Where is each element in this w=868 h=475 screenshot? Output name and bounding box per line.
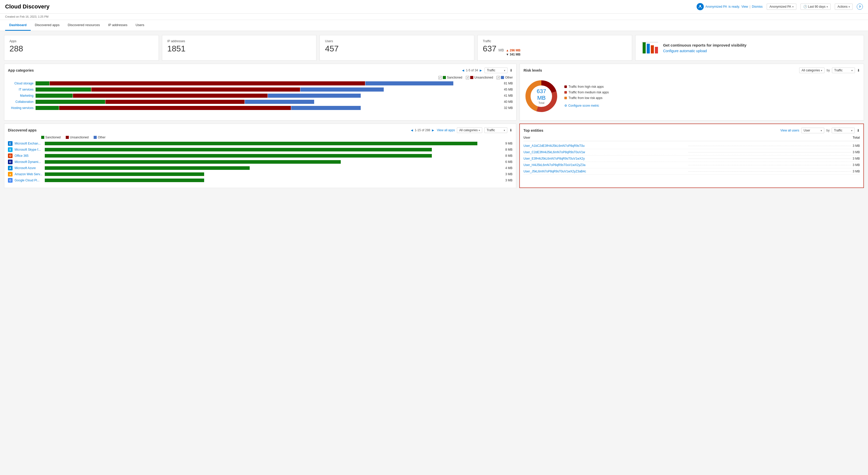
- risk-high-item: Traffic from high risk apps: [564, 85, 609, 89]
- traffic-stat: 637 MB ▲ 296 MB ▼ 341 MB: [483, 44, 627, 56]
- other-checkbox[interactable]: ✓: [497, 76, 500, 79]
- app-icon-2: O: [8, 154, 12, 158]
- app-cat-label-3[interactable]: Collaboration: [8, 100, 33, 104]
- bar-seg-sanctioned-1: [36, 88, 91, 92]
- app-bar-3: [45, 160, 500, 164]
- entity-name-4[interactable]: User_J5kL6mN7oP8qR9sT0uV1wX2yZ3aB4c: [523, 169, 686, 173]
- app-cat-label-1[interactable]: IT services: [8, 88, 33, 91]
- risk-download-icon[interactable]: ⬇: [857, 68, 860, 72]
- entity-name-0[interactable]: User_A1bC2dE3fH4iJ5kL6mN7oP8qR9sT0u: [523, 144, 686, 148]
- actions-dropdown[interactable]: Actions ▾: [835, 4, 852, 10]
- da-metric-label: Traffic: [487, 128, 495, 132]
- header-right: Anonymized PA is ready. View | Dismiss A…: [696, 3, 863, 10]
- entity-type-label: User: [804, 129, 810, 132]
- app-name-0[interactable]: Microsoft Exchan...: [14, 142, 43, 145]
- unsanctioned-checkbox[interactable]: ✓: [466, 76, 469, 79]
- app-categories-bars: Cloud storage81 MBIT services45 MBMarket…: [8, 81, 513, 110]
- app-name-5[interactable]: Amazon Web Serv...: [14, 172, 43, 176]
- entity-name-2[interactable]: User_E3fH4iJ5kL6mN7oP8qR9sT0uV1wX2y: [523, 157, 686, 160]
- notification-dismiss-link[interactable]: Dismiss: [752, 5, 763, 8]
- app-categories-metric-dropdown[interactable]: Traffic ▾: [485, 67, 507, 73]
- risk-medium-item: Traffic from medium risk apps: [564, 91, 609, 94]
- header: Cloud Discovery Anonymized PA is ready. …: [0, 0, 868, 13]
- app-name-4[interactable]: Microsoft Azure: [14, 166, 43, 170]
- app-cat-label-2[interactable]: Marketing: [8, 94, 33, 97]
- app-cat-label-4[interactable]: Hosting services: [8, 106, 33, 110]
- bar-seg-unsanctioned-1: [91, 88, 300, 92]
- discovered-apps-controls: ◄ 1-15 of 288 ► View all apps All catego…: [410, 127, 513, 133]
- entity-metric-dropdown[interactable]: Traffic ▾: [832, 128, 855, 133]
- report-dropdown-label: Anonymized PA: [770, 5, 791, 8]
- traffic-up-value: 296 MB: [509, 49, 520, 52]
- app-row-6: GGoogle Cloud Pl...3 MB: [8, 178, 513, 183]
- header-left: Cloud Discovery: [5, 3, 50, 10]
- help-button[interactable]: ?: [857, 4, 863, 10]
- risk-metric-dropdown[interactable]: Traffic ▾: [832, 67, 855, 73]
- next-page-icon[interactable]: ►: [479, 68, 483, 72]
- configure-upload-link[interactable]: Configure automatic upload: [663, 49, 746, 53]
- da-unsanctioned-label: Unsanctioned: [70, 135, 89, 139]
- tab-users[interactable]: Users: [131, 20, 148, 31]
- app-categories-download-icon[interactable]: ⬇: [509, 68, 513, 72]
- app-cat-label-0[interactable]: Cloud storage: [8, 82, 33, 85]
- sanctioned-checkbox[interactable]: ✓: [438, 76, 442, 79]
- app-row-3: DMicrosoft Dynami...6 MB: [8, 160, 513, 164]
- entity-type-dropdown[interactable]: User ▾: [801, 128, 824, 133]
- promo-card: Get continuous reports for improved visi…: [635, 35, 864, 61]
- bar-seg-unsanctioned-2: [73, 94, 268, 98]
- entities-download-icon[interactable]: ⬇: [857, 128, 860, 132]
- ip-label: IP addresses: [167, 39, 311, 43]
- tab-discovered-apps[interactable]: Discovered apps: [31, 20, 64, 31]
- app-name-2[interactable]: Office 365: [14, 154, 43, 158]
- bar-container-2: [36, 94, 499, 98]
- ip-value: 1851: [167, 44, 311, 54]
- risk-legend: Traffic from high risk apps Traffic from…: [564, 85, 609, 107]
- bar-value-4: 32 MB: [501, 106, 513, 110]
- report-dropdown[interactable]: Anonymized PA ▾: [767, 4, 796, 10]
- tab-discovered-resources[interactable]: Discovered resources: [64, 20, 104, 31]
- da-next-icon[interactable]: ►: [431, 128, 435, 132]
- bar-seg-sanctioned-4: [36, 106, 59, 110]
- legend-unsanctioned: ✓ Unsanctioned: [466, 76, 493, 79]
- configure-score-link[interactable]: ⚙ Configure score metric: [564, 104, 609, 107]
- notification-sep: |: [749, 5, 750, 8]
- da-sanctioned-color: [41, 136, 44, 139]
- app-name-6[interactable]: Google Cloud Pl...: [14, 179, 43, 182]
- prev-page-icon[interactable]: ◄: [461, 68, 465, 72]
- view-all-apps-link[interactable]: View all apps: [437, 128, 455, 132]
- clock-icon: 🕐: [803, 5, 807, 8]
- bar-seg-sanctioned-0: [36, 81, 50, 86]
- risk-low-label: Traffic from low risk apps: [568, 96, 602, 100]
- report-chevron-icon: ▾: [792, 5, 794, 8]
- da-download-icon[interactable]: ⬇: [509, 128, 513, 132]
- tab-ip-addresses[interactable]: IP addresses: [104, 20, 131, 31]
- da-metric-dropdown[interactable]: Traffic ▾: [484, 127, 507, 133]
- tab-dashboard[interactable]: Dashboard: [5, 20, 31, 31]
- app-name-1[interactable]: Microsoft Skype f...: [14, 148, 43, 151]
- risk-low-item: Traffic from low risk apps: [564, 96, 609, 100]
- apps-label: Apps: [9, 39, 154, 43]
- entity-name-3[interactable]: User_H4iJ5kL6mN7oP8qR9sT0uV1wX2yZ3a: [523, 163, 686, 167]
- app-cat-row-4: Hosting services32 MB: [8, 106, 513, 110]
- app-bar-6: [45, 179, 500, 182]
- svg-rect-1: [643, 42, 646, 54]
- notification-view-link[interactable]: View: [741, 5, 748, 8]
- entity-name-1[interactable]: User_C2dE3fH4iJ5kL6mN7oP8qR9sT0uV1w: [523, 150, 686, 154]
- entity-row-4: User_J5kL6mN7oP8qR9sT0uV1wX2yZ3aB4c3 MB: [523, 168, 860, 175]
- da-prev-icon[interactable]: ◄: [410, 128, 414, 132]
- bar-seg-unsanctioned-3: [105, 100, 245, 104]
- main-content: Apps 288 IP addresses 1851 Users 457 Tra…: [0, 31, 868, 192]
- da-category-dropdown[interactable]: All categories ▾: [457, 127, 482, 133]
- time-range-dropdown[interactable]: 🕐 Last 90 days ▾: [801, 4, 831, 10]
- entity-value-3: 3 MB: [852, 163, 860, 167]
- app-row-2: OOffice 3658 MB: [8, 154, 513, 158]
- app-name-3[interactable]: Microsoft Dynami...: [14, 160, 43, 164]
- donut-label: Total: [532, 101, 550, 104]
- bar-seg-other-0: [365, 81, 453, 86]
- risk-medium-dot: [564, 91, 567, 94]
- bar-value-0: 81 MB: [501, 82, 513, 85]
- legend-other: ✓ Other: [497, 76, 513, 79]
- actions-label: Actions: [838, 5, 847, 8]
- risk-category-dropdown[interactable]: All categories ▾: [799, 67, 825, 73]
- view-all-users-link[interactable]: View all users: [780, 129, 800, 132]
